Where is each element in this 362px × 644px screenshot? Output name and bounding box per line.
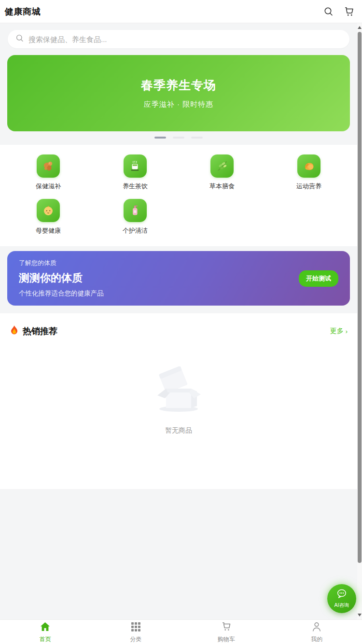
grid-icon (131, 622, 141, 634)
category-label: 草本膳食 (209, 182, 235, 191)
tea-icon (124, 154, 147, 178)
banner-title: 春季养生专场 (141, 77, 216, 93)
category-item-herbal[interactable]: 草本膳食 (179, 154, 265, 191)
category-label: 母婴健康 (36, 226, 61, 235)
more-link[interactable]: 更多 › (330, 327, 348, 336)
empty-text: 暂无商品 (165, 426, 192, 435)
category-item-personal-care[interactable]: 个护清洁 (92, 199, 179, 235)
carousel-indicators (7, 137, 350, 139)
constitution-texts: 了解您的体质 测测你的体质 个性化推荐适合您的健康产品 (19, 259, 299, 298)
constitution-title: 测测你的体质 (19, 271, 299, 285)
hot-section-title: 热销推荐 (23, 325, 330, 337)
carousel-dot-2[interactable] (173, 137, 184, 139)
tab-profile[interactable]: 我的 (272, 620, 362, 644)
carousel-dot-3[interactable] (191, 137, 203, 139)
constitution-section: 了解您的体质 测测你的体质 个性化推荐适合您的健康产品 开始测试 (0, 246, 357, 309)
search-icon (15, 34, 24, 44)
category-label: 运动营养 (296, 182, 321, 191)
ai-consult-label: AI咨询 (334, 602, 349, 609)
tab-categories[interactable]: 分类 (91, 620, 181, 644)
search-icon[interactable] (322, 5, 335, 18)
app-title: 健康商城 (5, 6, 315, 17)
chevron-right-icon: › (346, 328, 348, 335)
more-label: 更多 (330, 327, 344, 336)
search-input[interactable] (28, 35, 342, 43)
chat-bubble-icon (336, 588, 348, 601)
constitution-subtitle: 个性化推荐适合您的健康产品 (19, 289, 299, 298)
hot-section-header: 热销推荐 更多 › (10, 325, 348, 337)
search-section (0, 23, 357, 55)
scrollbar[interactable] (357, 23, 362, 619)
tab-label: 购物车 (218, 635, 235, 644)
category-label: 个护清洁 (123, 226, 148, 235)
start-test-button[interactable]: 开始测试 (299, 270, 338, 287)
carousel-dot-1[interactable] (154, 137, 166, 139)
empty-state: 暂无商品 (10, 366, 348, 435)
banner-subtitle: 应季滋补 · 限时特惠 (144, 100, 213, 109)
bottom-tab-bar: 首页 分类 购物 (0, 619, 362, 644)
category-item-tea[interactable]: 养生茶饮 (92, 154, 179, 191)
category-item-mother-baby[interactable]: 母婴健康 (5, 199, 92, 235)
main-scroll-area: 春季养生专场 应季滋补 · 限时特惠 (0, 23, 357, 619)
ai-consult-button[interactable]: AI咨询 (327, 584, 356, 613)
constitution-banner[interactable]: 了解您的体质 测测你的体质 个性化推荐适合您的健康产品 开始测试 (7, 251, 350, 306)
banner-carousel: 春季养生专场 应季滋补 · 限时特惠 (0, 55, 357, 139)
tab-cart[interactable]: 购物车 (181, 620, 272, 644)
cart-icon (221, 621, 232, 634)
scrollbar-thumb[interactable] (358, 32, 362, 563)
tab-home[interactable]: 首页 (0, 620, 91, 644)
cart-icon[interactable] (343, 5, 355, 18)
health-mall-app: 健康商城 (0, 0, 362, 644)
user-icon (311, 621, 322, 634)
hot-recommend-section: 热销推荐 更多 › (0, 313, 357, 489)
category-label: 养生茶饮 (123, 182, 148, 191)
herb-icon (210, 154, 234, 178)
scrollbar-up-arrow-icon[interactable] (358, 26, 362, 29)
app-header: 健康商城 (0, 0, 362, 23)
category-label: 保健滋补 (36, 182, 61, 191)
muscle-icon (297, 154, 320, 178)
baby-icon (37, 199, 60, 222)
tab-label: 分类 (130, 635, 141, 644)
category-item-sport-nutrition[interactable]: 运动营养 (265, 154, 352, 191)
category-item-health-tonic[interactable]: 保健滋补 (5, 154, 92, 191)
tab-label: 我的 (311, 635, 322, 644)
empty-box-icon (151, 366, 207, 415)
tab-label: 首页 (40, 635, 51, 644)
constitution-eyebrow: 了解您的体质 (19, 259, 299, 267)
lotion-icon (124, 199, 147, 222)
search-bar[interactable] (8, 30, 349, 48)
home-icon (40, 621, 51, 634)
category-grid: 保健滋补 养生茶饮 (0, 145, 357, 246)
banner-slide-spring[interactable]: 春季养生专场 应季滋补 · 限时特惠 (7, 55, 350, 131)
fire-icon (10, 325, 19, 337)
scrollbar-down-arrow-icon[interactable] (358, 614, 362, 616)
ginger-icon (37, 154, 60, 178)
